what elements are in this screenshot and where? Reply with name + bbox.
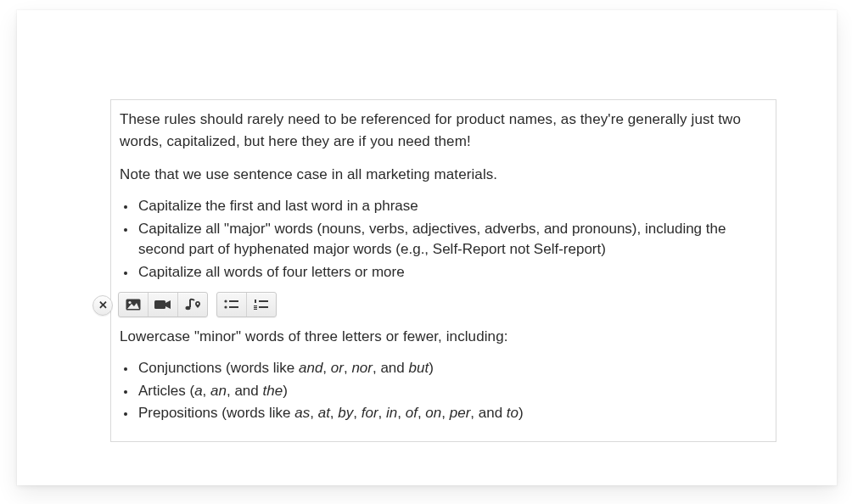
stage: These rules should rarely need to be ref… [0,0,852,504]
close-icon: ✕ [98,299,108,311]
list-item: Capitalize all words of four letters or … [137,262,769,283]
unordered-list-button[interactable] [217,293,247,316]
unordered-list-icon [224,300,239,310]
lowercase-list: Conjunctions (words like and, or, nor, a… [118,358,769,424]
outer-card: These rules should rarely need to be ref… [17,10,837,485]
svg-point-4 [197,302,199,304]
ordered-list-icon [254,300,269,310]
list-item: Capitalize the first and last word in a … [137,196,769,217]
ordered-list-button[interactable] [247,293,276,316]
music-location-icon [184,298,201,311]
list-item: Conjunctions (words like and, or, nor, a… [137,358,769,379]
svg-rect-6 [229,300,238,302]
video-icon [154,300,171,310]
svg-rect-14 [259,306,268,308]
insert-image-button[interactable] [119,293,149,316]
list-item: Prepositions (words like as, at, by, for… [137,403,769,424]
editor-content-frame[interactable]: These rules should rarely need to be ref… [110,99,776,442]
close-toolbar-button[interactable]: ✕ [92,295,113,316]
list-item: Capitalize all "major" words (nouns, ver… [137,219,769,260]
paragraph-lowercase-heading: Lowercase "minor" words of three letters… [120,326,767,348]
paragraph-intro: These rules should rarely need to be ref… [120,109,767,154]
svg-point-5 [225,300,227,302]
list-item: Articles (a, an, and the) [137,381,769,402]
svg-point-1 [128,300,131,303]
svg-rect-11 [254,305,257,306]
svg-point-7 [225,305,227,308]
rules-list: Capitalize the first and last word in a … [118,196,769,283]
paragraph-note: Note that we use sentence case in all ma… [120,164,767,186]
svg-rect-2 [154,300,165,309]
insert-video-button[interactable] [149,293,178,316]
svg-rect-10 [259,300,268,302]
svg-rect-9 [255,300,256,303]
insert-audio-button[interactable] [178,293,207,316]
block-insert-toolbar-row: ✕ [118,292,769,317]
svg-rect-13 [254,309,257,310]
svg-rect-12 [254,307,257,308]
media-button-group [118,292,208,317]
image-icon [126,299,141,311]
svg-rect-8 [229,306,238,308]
list-button-group [216,292,277,317]
svg-point-3 [186,305,191,309]
